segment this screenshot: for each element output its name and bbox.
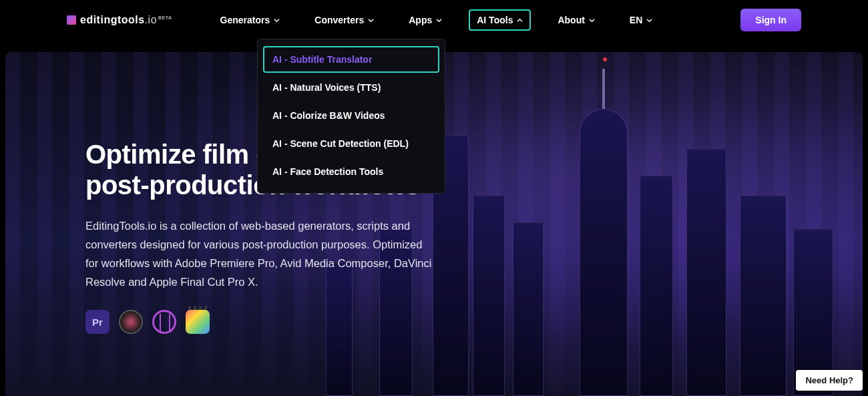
bg-tower [640,176,673,396]
sign-in-button[interactable]: Sign In [740,9,801,31]
bg-tower [740,196,787,396]
nav-language[interactable]: EN [622,9,660,31]
dropdown-item-colorize[interactable]: AI - Colorize B&W Videos [263,102,439,129]
final-cut-pro-icon [186,310,210,334]
chevron-down-icon [646,17,652,23]
chevron-down-icon [274,17,280,23]
nav-about[interactable]: About [550,9,602,31]
nav-about-label: About [558,15,584,25]
indicator-dot-icon [603,57,607,61]
brand-badge: BETA [158,15,172,20]
nav-converters[interactable]: Converters [306,9,382,31]
nav-ai-tools[interactable]: AI Tools [469,9,531,31]
bg-tower [513,222,544,396]
dropdown-item-scene-cut[interactable]: AI - Scene Cut Detection (EDL) [263,130,439,157]
chevron-down-icon [589,17,595,23]
nav-language-label: EN [630,15,642,25]
dropdown-item-face-detection[interactable]: AI - Face Detection Tools [263,158,439,185]
bg-tower [580,109,628,396]
logo[interactable]: editingtools.ioBETA [67,14,172,26]
app-badges: Pr [85,310,439,334]
bg-tower [473,196,505,396]
nav-apps[interactable]: Apps [401,9,450,31]
nav-generators-label: Generators [220,15,270,25]
chevron-up-icon [517,17,523,23]
bg-spire [602,69,605,109]
ai-tools-dropdown: AI - Subtitle Translator AI - Natural Vo… [257,39,445,194]
nav-generators[interactable]: Generators [212,9,288,31]
dropdown-item-natural-voices[interactable]: AI - Natural Voices (TTS) [263,74,439,101]
logo-text: editingtools.ioBETA [80,14,172,26]
chevron-down-icon [368,17,374,23]
premiere-pro-icon: Pr [85,310,110,334]
hero-subtext: EditingTools.io is a collection of web-b… [85,216,433,291]
nav-apps-label: Apps [409,15,432,25]
brand-name: editingtools [80,14,145,25]
top-nav: editingtools.ioBETA Generators Converter… [0,0,868,40]
logo-icon [67,15,76,25]
chevron-down-icon [436,17,442,23]
nav-converters-label: Converters [314,15,364,25]
nav-ai-tools-label: AI Tools [477,15,513,25]
bg-tower [686,149,726,396]
davinci-resolve-icon [119,310,143,334]
need-help-button[interactable]: Need Help? [796,370,863,391]
dropdown-item-subtitle-translator[interactable]: AI - Subtitle Translator [263,46,439,73]
main-nav: Generators Converters Apps AI Tools Abou… [212,9,661,31]
brand-suffix: .io [145,14,157,25]
media-composer-icon [152,310,176,334]
